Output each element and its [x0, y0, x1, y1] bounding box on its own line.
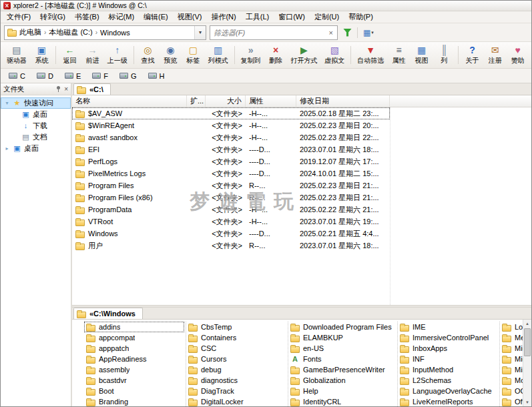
file-row[interactable]: $AV_ASW<文件夹>-H--...2025.02.18 星期二 23:... [72, 107, 390, 119]
toolbar-up-button[interactable]: ↑上一级 [104, 43, 131, 67]
file-row[interactable]: $WinREAgent<文件夹>-H--...2025.02.23 星期日 20… [72, 119, 390, 131]
folder-item[interactable]: Downloaded Program Files [288, 322, 396, 332]
folder-item[interactable]: LiveKernelReports [398, 396, 498, 406]
file-row[interactable]: VTRoot<文件夹>-H--...2023.07.01 星期六 19:... [72, 216, 390, 228]
toolbar-column-mode-button[interactable]: ▥列模式 [205, 43, 232, 67]
tree-item-desktop[interactable]: ▣桌面 [1, 109, 71, 120]
tree-item-downloads[interactable]: ↓下载 [1, 120, 71, 131]
filter-apply-button[interactable] [341, 27, 354, 38]
folder-item[interactable]: Containers [186, 332, 286, 343]
drive-tab-h[interactable]: H [144, 71, 170, 81]
folder-item[interactable]: AppReadiness [84, 354, 184, 364]
folder-item[interactable]: diagnostics [186, 375, 286, 386]
scrollbar-thumb[interactable] [524, 328, 531, 356]
column-header-ext[interactable]: 扩... [187, 95, 206, 107]
file-row[interactable]: ProgramData<文件夹>-H--...2025.02.22 星期六 21… [72, 204, 390, 216]
pin-icon[interactable] [56, 86, 61, 92]
toolbar-columns-button[interactable]: ║列 [433, 43, 455, 67]
toolbar-delete-button[interactable]: ×删除 [265, 43, 287, 67]
folder-item[interactable]: Globalization [288, 375, 396, 386]
address-combo[interactable]: 此电脑›本地磁盘 (C:)›Windows ▾ [4, 25, 206, 40]
toolbar-forward-button[interactable]: →前进 [81, 43, 103, 67]
folder-item[interactable]: ImmersiveControlPanel [398, 332, 498, 343]
menu-mark[interactable]: 标记(M) [104, 11, 140, 23]
folder-item[interactable]: LanguageOverlayCache [398, 386, 498, 396]
toolbar-find-button[interactable]: ◎查找 [137, 43, 159, 67]
column-header-size[interactable]: 大小 [206, 95, 246, 107]
toolbar-preview-button[interactable]: ◉预览 [160, 43, 182, 67]
toolbar-tabs-button[interactable]: ▢标签 [182, 43, 204, 67]
toolbar-virtual-folder-button[interactable]: ▧虚拟文 [321, 43, 348, 67]
breadcrumb-item-windows[interactable]: Windows [100, 29, 130, 37]
scroll-up-icon[interactable]: ▲ [523, 320, 531, 328]
folder-item[interactable]: Cursors [186, 354, 286, 364]
folder-item[interactable]: Boot [84, 386, 184, 396]
menu-view[interactable]: 视图(V) [173, 11, 207, 23]
menu-goto[interactable]: 转到(G) [35, 11, 70, 23]
folder-item[interactable]: IdentityCRL [288, 396, 396, 406]
drive-tab-d[interactable]: D [32, 71, 58, 81]
tree-item-quick-access[interactable]: ▾★快速访问 [1, 97, 71, 109]
drive-tab-c[interactable]: C [4, 71, 30, 81]
file-row[interactable]: 用户<文件夹>R--...2023.07.01 星期六 18:... [72, 240, 390, 252]
folder-item[interactable]: Branding [84, 396, 184, 406]
bottom-scrollbar[interactable]: ▲ ▼ [523, 320, 531, 406]
folder-item[interactable]: DiagTrack [186, 386, 286, 396]
file-row[interactable]: PerfLogs<文件夹>----D...2019.12.07 星期六 17:.… [72, 155, 390, 167]
tab-c-windows[interactable]: «C:\Windows [73, 308, 143, 319]
breadcrumb-item-local-disk-c[interactable]: 本地磁盘 (C:) [49, 27, 92, 37]
menu-file[interactable]: 文件(F) [2, 11, 35, 23]
folder-item[interactable]: INF [398, 354, 498, 364]
folder-item[interactable]: bcastdvr [84, 375, 184, 386]
menu-edit[interactable]: 编辑(E) [139, 11, 173, 23]
menu-window[interactable]: 窗口(W) [274, 11, 310, 23]
file-row[interactable]: Program Files<文件夹>R--...2025.02.23 星期日 2… [72, 179, 390, 191]
breadcrumb-item-this-pc[interactable]: 此电脑 [19, 27, 41, 37]
toolbar-about-button[interactable]: ?关于 [461, 43, 483, 67]
folder-item[interactable]: GameBarPresenceWriter [288, 364, 396, 375]
menu-customize[interactable]: 定制(U) [310, 11, 344, 23]
folder-item[interactable]: CbsTemp [186, 322, 286, 332]
toolbar-open-with-button[interactable]: ▶打开方式 [288, 43, 321, 67]
folder-item[interactable]: DigitalLocker [186, 396, 286, 406]
toolbar-register-button[interactable]: ✉注册 [484, 43, 506, 67]
file-row[interactable]: Windows<文件夹>----D...2025.02.21 星期五 4:4..… [72, 228, 390, 240]
tree-item-desktop-root[interactable]: ▸▣桌面 [1, 143, 71, 154]
folder-item[interactable]: addins [84, 322, 184, 332]
folder-item[interactable]: debug [186, 364, 286, 375]
folder-item[interactable]: AFonts [288, 354, 396, 364]
menu-tools[interactable]: 工具(L) [241, 11, 274, 23]
file-row[interactable]: Program Files (x86)<文件夹>R--...2025.02.23… [72, 191, 390, 204]
column-header-name[interactable]: 名称 [72, 95, 187, 107]
folder-item[interactable]: ELAMBKUP [288, 332, 396, 343]
menu-actions[interactable]: 操作(N) [206, 11, 240, 23]
toolbar-view-button[interactable]: ▦视图 [411, 43, 433, 67]
toolbar-system-button[interactable]: ▣系统 [31, 43, 53, 67]
folder-item[interactable]: assembly [84, 364, 184, 375]
toolbar-back-button[interactable]: ←返回 [59, 43, 81, 67]
toolbar-auto-filter-button[interactable]: ▼自动筛选 [354, 43, 387, 67]
file-row[interactable]: avast! sandbox<文件夹>-H--...2025.02.23 星期日… [72, 131, 390, 143]
toolbar-donate-button[interactable]: ♥赞助 [507, 43, 529, 67]
address-dropdown-icon[interactable]: ▾ [194, 26, 206, 39]
folder-item[interactable]: L2Schemas [398, 375, 498, 386]
layout-button[interactable]: ▦ ▾ [361, 27, 376, 38]
toolbar-properties-button[interactable]: ≡属性 [388, 43, 410, 67]
drive-tab-e[interactable]: E [60, 71, 85, 81]
filter-clear-icon[interactable]: × [327, 29, 335, 37]
file-row[interactable]: PixelMetrics Logs<文件夹>----D...2024.10.01… [72, 167, 390, 179]
column-header-attrs[interactable]: 属性 [246, 95, 296, 107]
filter-input[interactable] [214, 29, 327, 37]
folder-item[interactable]: en-US [288, 343, 396, 354]
folder-item[interactable]: appcompat [84, 332, 184, 343]
menu-help[interactable]: 帮助(P) [344, 11, 378, 23]
column-header-date[interactable]: 修改日期 [296, 95, 390, 107]
drive-tab-g[interactable]: G [115, 71, 142, 81]
folder-item[interactable]: CSC [186, 343, 286, 354]
folder-item[interactable]: IME [398, 322, 498, 332]
menu-bookmarks[interactable]: 书签(B) [70, 11, 104, 23]
close-icon[interactable]: × [64, 86, 68, 93]
toolbar-copy-to-button[interactable]: »复制到 [238, 43, 264, 67]
scroll-down-icon[interactable]: ▼ [523, 398, 531, 406]
folder-item[interactable]: Help [288, 386, 396, 396]
